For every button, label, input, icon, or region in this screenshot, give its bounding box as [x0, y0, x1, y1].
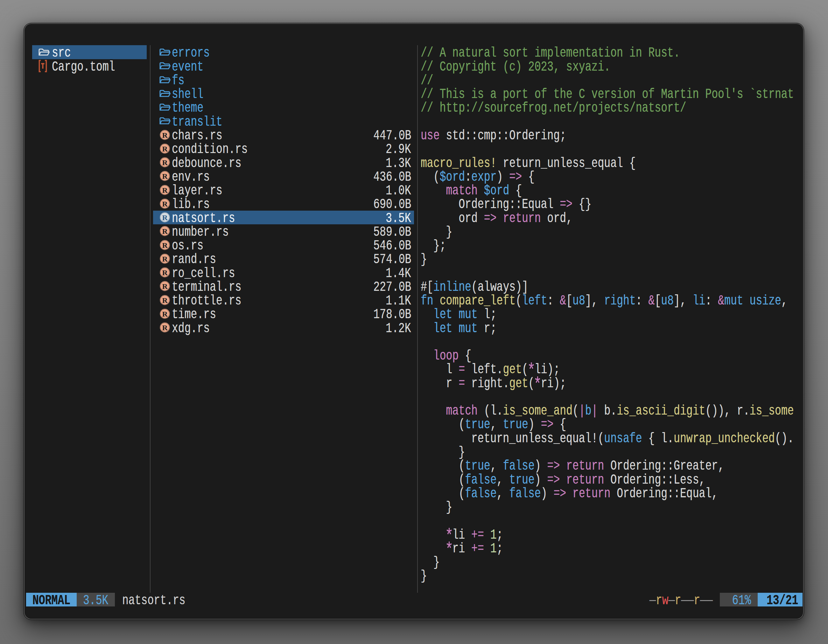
- svg-text:R: R: [162, 324, 168, 332]
- svg-text:R: R: [162, 268, 168, 277]
- svg-text:R: R: [162, 158, 168, 167]
- svg-text:R: R: [162, 144, 168, 153]
- svg-text:R: R: [162, 241, 168, 249]
- svg-text:R: R: [162, 255, 168, 263]
- svg-text:R: R: [162, 172, 168, 180]
- svg-text:R: R: [162, 310, 168, 318]
- svg-text:R: R: [162, 186, 168, 194]
- svg-text:R: R: [162, 282, 168, 290]
- svg-text:R: R: [162, 296, 168, 304]
- svg-text:R: R: [162, 131, 168, 139]
- svg-text:R: R: [162, 213, 168, 222]
- svg-text:R: R: [162, 199, 168, 208]
- svg-text:R: R: [162, 227, 168, 235]
